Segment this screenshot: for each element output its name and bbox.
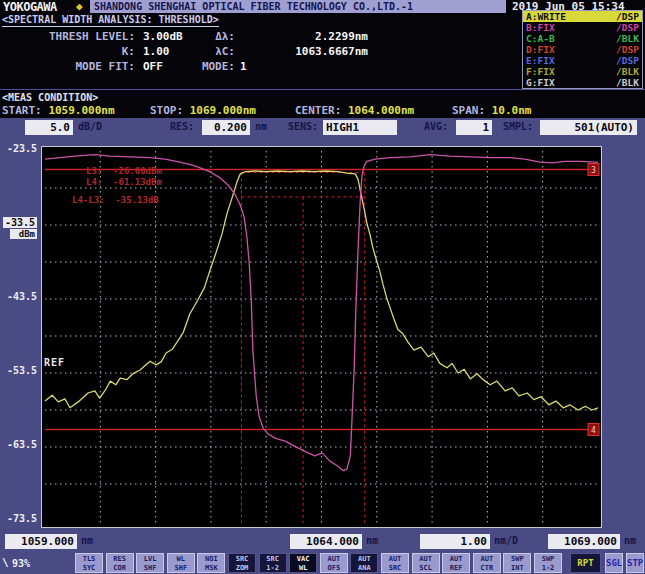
x-scale-unit: nm/D (494, 535, 518, 546)
trace-name: E:FIX (526, 55, 555, 66)
x-stop-field[interactable]: 1069.000 (548, 534, 620, 549)
res-label: RES: (170, 121, 194, 132)
softkey-res-cor[interactable]: RESCOR (106, 553, 134, 573)
lambda-c-value: 1063.6667nm (240, 45, 368, 58)
softkey-aut-src[interactable]: AUTSRC (381, 553, 409, 573)
param-row: K: 1.00 λC: 1063.6667nm (0, 45, 440, 60)
softkey-tls-syc[interactable]: TLSSYC (75, 553, 103, 573)
center-value: 1064.000nm (348, 104, 414, 117)
progress-percent: 93% (12, 558, 30, 569)
softkey-aut-scl[interactable]: AUTSCL (412, 553, 440, 573)
trace-name: C:A-B (526, 33, 555, 44)
instrument-title: SHANDONG SHENGHAI OPTICAL FIBER TECHNOLO… (90, 0, 506, 13)
softkey-swp-1-2[interactable]: SWP1-2 (534, 553, 562, 573)
trace-name: F:FIX (526, 66, 555, 77)
center-label: CENTER: (295, 104, 341, 117)
softkey-swp-int[interactable]: SWPINT (503, 553, 531, 573)
softkey-vac-wl[interactable]: VACWL (289, 553, 317, 573)
softkey-src-1-2[interactable]: SRC1-2 (259, 553, 287, 573)
softkey-aut-ctr[interactable]: AUTCTR (473, 553, 501, 573)
x-stop-unit: nm (624, 535, 636, 546)
meas-condition-bar: <MEAS CONDITION> START: 1059.000nm STOP:… (0, 89, 645, 118)
level-scale-field[interactable]: 5.0 (25, 120, 73, 135)
spectrum-plot-region: -23.5 -33.5 dBm -43.5 -53.5 -63.5 -73.5 … (0, 140, 645, 532)
softkey-noi-msk[interactable]: NOIMSK (197, 553, 225, 573)
avg-label: AVG: (424, 121, 448, 132)
svg-text:4: 4 (591, 426, 596, 435)
span-value: 10.0nm (492, 104, 532, 117)
avg-field[interactable]: 1 (456, 120, 492, 135)
brand-logo: YOKOGAWA (3, 0, 57, 14)
trace-row-d[interactable]: D:FIX/DSP (523, 44, 642, 55)
sweep-button-sgl[interactable]: SGL (605, 553, 623, 573)
marker-annotation-delta: L4-L3: -35.13dB (72, 195, 159, 205)
trace-row-b[interactable]: B:FIX/DSP (523, 22, 642, 33)
trace-name: A:WRITE (526, 11, 566, 22)
k-label: K: (0, 45, 135, 58)
softkey-aut-ana[interactable]: AUTANA (350, 553, 378, 573)
softkey-label: RESCOR (107, 555, 133, 573)
lambda-c-label: λC: (160, 45, 235, 58)
start-wavelength-field[interactable]: START: 1059.000nm (2, 104, 115, 117)
trace-display-status: /BLK (616, 77, 639, 88)
mode-fit-label: MODE FIT: (0, 60, 135, 73)
center-wavelength-field[interactable]: CENTER: 1064.000nm (295, 104, 414, 117)
y-axis-unit: dBm (10, 229, 37, 239)
meas-condition-title: <MEAS CONDITION> (2, 92, 98, 103)
softkey-label: SWP1-2 (535, 555, 561, 573)
start-label: START: (2, 104, 42, 117)
x-axis-bar: 1059.000 nm 1064.000 nm 1.00 nm/D 1069.0… (0, 532, 645, 553)
x-center-field[interactable]: 1064.000 (290, 534, 362, 549)
x-start-field[interactable]: 1059.000 (5, 534, 77, 549)
res-field[interactable]: 0.200 (202, 120, 250, 135)
x-center-unit: nm (366, 535, 378, 546)
trace-row-e[interactable]: E:FIX/DSP (523, 55, 642, 66)
softkey-src-zom[interactable]: SRCZOM (228, 553, 256, 573)
mode-label: MODE: (160, 60, 235, 73)
softkey-toolbar: TLSSYCRESCORLVLSHFWLSHFNOIMSKSRCZOMSRC1-… (0, 553, 645, 574)
x-scale-field[interactable]: 1.00 (420, 534, 490, 549)
y-tick-label: -63.5 (0, 439, 37, 450)
softkey-label: TLSSYC (76, 555, 102, 573)
trace-name: G:FIX (526, 77, 555, 88)
mode-value: 1 (240, 60, 280, 73)
softkey-lvl-shf[interactable]: LVLSHF (136, 553, 164, 573)
marker-annotation-l3: L3: -26.00dBm (86, 166, 162, 176)
softkey-label: WLSHF (168, 555, 194, 573)
brand-diamond-icon: ◆ (76, 0, 83, 13)
softkey-aut-ofs[interactable]: AUTOFS (320, 553, 348, 573)
sweep-button-rpt[interactable]: RPT (570, 553, 601, 573)
svg-text:3: 3 (591, 166, 596, 175)
sens-label: SENS: (288, 121, 318, 132)
softkey-label: AUTCTR (474, 555, 500, 573)
spectrum-plot: 34 L3: -26.00dBm L4: -61.13dBm L4-L3: -3… (41, 146, 602, 528)
y-tick-label: -23.5 (0, 143, 37, 154)
busy-indicator-icon: \ (2, 556, 9, 569)
trace-row-c[interactable]: C:A-B/BLK (523, 33, 642, 44)
sweep-button-stp[interactable]: STP (626, 553, 644, 573)
smpl-field[interactable]: 501(AUTO) (540, 120, 637, 135)
smpl-label: SMPL: (503, 121, 533, 132)
trace-display-status: /BLK (616, 66, 639, 77)
trace-name: D:FIX (526, 44, 555, 55)
softkey-label: AUTSRC (382, 555, 408, 573)
trace-row-f[interactable]: F:FIX/BLK (523, 66, 642, 77)
softkey-label: VACWL (290, 555, 316, 573)
y-tick-label: -73.5 (0, 513, 37, 524)
osa-screen: { "header": { "brand": "YOKOGAWA", "logo… (0, 0, 645, 574)
softkey-label: AUTSCL (413, 555, 439, 573)
softkey-wl-shf[interactable]: WLSHF (167, 553, 195, 573)
softkey-label: AUTANA (351, 555, 377, 573)
trace-display-status: /BLK (616, 33, 639, 44)
x-start-unit: nm (81, 535, 93, 546)
span-field[interactable]: SPAN: 10.0nm (452, 104, 532, 117)
stop-label: STOP: (150, 104, 183, 117)
softkey-aut-ref[interactable]: AUTREF (442, 553, 470, 573)
trace-row-g[interactable]: G:FIX/BLK (523, 77, 642, 88)
marker-annotation-l4: L4: -61.13dBm (86, 177, 162, 187)
delta-lambda-value: 2.2299nm (240, 30, 368, 43)
sens-field[interactable]: HIGH1 (323, 120, 397, 135)
trace-row-a[interactable]: A:WRITE/DSP (523, 11, 642, 22)
stop-wavelength-field[interactable]: STOP: 1069.000nm (150, 104, 256, 117)
trace-display-status: /DSP (616, 44, 639, 55)
